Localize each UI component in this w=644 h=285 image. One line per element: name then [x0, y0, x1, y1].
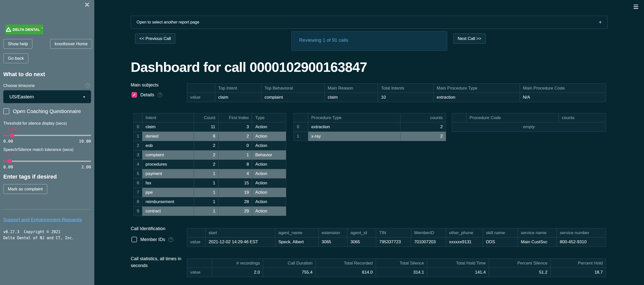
header-cell: Top Intent [215, 84, 261, 93]
header-cell: Total Hold Time [427, 259, 489, 268]
cell: 28 [218, 197, 252, 207]
cell: Action [252, 197, 286, 207]
table-row[interactable]: 1 x-ray 2 [294, 132, 446, 141]
header-cell: First Index [218, 113, 252, 122]
header-cell: agent_id [347, 228, 376, 237]
table-row[interactable]: 9 contract 1 29 Action [134, 207, 286, 216]
details-checkbox[interactable]: ✓ Details ? [131, 92, 162, 98]
cell: 15 [218, 179, 252, 188]
table-row[interactable]: 4 procedures 2 8 Action [134, 160, 286, 169]
checkbox-checked[interactable]: ✓ [131, 92, 137, 98]
intent-table: Intent Count First Index Type 0 claim 11… [134, 113, 286, 216]
header-cell: Percent Silence [489, 259, 551, 268]
table-row[interactable]: 7 ppe 1 19 Action [134, 188, 286, 197]
cell: 10 [378, 93, 434, 102]
row-index: 0 [294, 122, 308, 132]
match-tolerance-slider[interactable]: 0.15 0.00 2.00 [3, 152, 91, 169]
cell: claim [215, 93, 261, 102]
table-header-row: Procedure Type counts [294, 113, 446, 122]
cell: Action [252, 160, 286, 169]
table-header-row: Procedure Code counts [452, 113, 606, 122]
header-cell: Percent Hold [551, 259, 606, 268]
header-cell: start [206, 228, 275, 237]
table-row[interactable]: 0 claim 11 3 Action [134, 122, 286, 132]
procedure-type-table: Procedure Type counts 0 extraction 2 1 x… [294, 113, 446, 141]
details-help-icon[interactable]: ? [158, 93, 162, 97]
coaching-questionnaire-checkbox[interactable]: Open Coaching Questionnaire [3, 108, 81, 114]
what-to-do-next-heading: What to do next [3, 71, 45, 78]
header-cell [294, 113, 308, 122]
cell: N/A [520, 93, 606, 102]
cell: 2 [218, 132, 252, 141]
cell: Action [252, 179, 286, 188]
cell: 1 [194, 207, 218, 216]
cell: 314.1 [376, 268, 427, 277]
slider-handle[interactable] [10, 133, 14, 138]
next-call-button[interactable]: Next Call >> [453, 33, 486, 44]
go-back-button[interactable]: Go back [3, 53, 28, 63]
close-icon[interactable]: ✕ [84, 1, 90, 9]
report-page-selector[interactable]: Open to select another report page + [131, 16, 608, 29]
cell: 11 [194, 122, 218, 132]
header-cell: # recordings [212, 259, 263, 268]
cell: Behavior [252, 150, 286, 160]
cell: 3065 [319, 237, 347, 247]
header-cell: Total Intents [378, 84, 434, 93]
home-button[interactable]: knorthover Home [50, 39, 92, 49]
hamburger-menu-icon[interactable] [634, 4, 638, 10]
empty-placeholder: empty [452, 122, 606, 132]
table-row[interactable]: 2 eob 2 0 Action [134, 141, 286, 150]
row-index: 0 [134, 122, 142, 132]
header-cell: Total Silence [376, 259, 427, 268]
table-header-row: Top Intent Top Behavioral Main Reason To… [187, 84, 606, 93]
row-index: 1 [134, 132, 142, 141]
show-help-button[interactable]: Show help [3, 39, 32, 49]
header-cell: counts [401, 113, 446, 122]
cell: Action [252, 188, 286, 197]
cell: 1 [194, 169, 218, 179]
header-cell: agent_name [275, 228, 319, 237]
mark-as-complaint-button[interactable]: Mark as complaint [3, 184, 47, 194]
table-row: value 2021-12-02 14:29:46 EST Speck, Alb… [187, 237, 606, 247]
silence-threshold-slider[interactable]: 1.00 0.00 10.00 [3, 126, 91, 144]
header-cell: extension [319, 228, 347, 237]
header-cell: Type [252, 113, 286, 122]
cell: DDS [483, 237, 518, 247]
timezone-dropdown[interactable]: US/Eastern ▾ [3, 90, 91, 103]
row-label-cell: value [187, 268, 212, 277]
table-row[interactable]: 5 payment 1 4 Action [134, 169, 286, 179]
member-ids-checkbox[interactable]: Member IDs ? [131, 237, 173, 242]
timezone-help-icon[interactable]: ? [85, 83, 90, 88]
row-label-cell: value [187, 93, 215, 102]
slider-handle[interactable] [8, 159, 12, 163]
version-line: v0.17.3 Copyright © 2021 [3, 229, 74, 235]
table-row[interactable]: 6 fax 1 15 Action [134, 179, 286, 188]
checkbox-unchecked[interactable] [131, 237, 137, 242]
header-cell [452, 113, 467, 122]
header-cell: Main Procedure Code [520, 84, 606, 93]
expand-plus-icon[interactable]: + [599, 19, 602, 25]
cell: complaint [142, 150, 194, 160]
cell: 3 [218, 122, 252, 132]
previous-call-button[interactable]: << Previous Call [135, 33, 175, 44]
cell: claim [142, 122, 194, 132]
slider-max: 10.00 [79, 139, 91, 144]
checkbox-unchecked[interactable] [3, 108, 9, 114]
divider [3, 209, 91, 209]
cell: denied [142, 132, 194, 141]
support-requests-link[interactable]: Support and Enhancement Requests [3, 217, 82, 223]
table-row[interactable]: 3 complaint 2 1 Behavior [134, 150, 286, 160]
table-row[interactable]: 0 extraction 2 [294, 122, 446, 132]
check-icon: ✓ [133, 93, 136, 97]
slider-track[interactable] [3, 135, 91, 136]
table-row[interactable]: 8 reimbursement 1 28 Action [134, 197, 286, 207]
app: ✕ DELTA DENTAL® Show help knorthover Hom… [0, 0, 644, 285]
main-subjects-table: Top Intent Top Behavioral Main Reason To… [187, 83, 606, 102]
cell: 8 [194, 132, 218, 141]
table-row[interactable]: 1 denied 8 2 Action [134, 132, 286, 141]
cell: xxxxxx9131 [446, 237, 483, 247]
member-ids-help-icon[interactable]: ? [168, 237, 173, 242]
slider-track[interactable] [3, 161, 91, 162]
row-index: 8 [134, 197, 142, 207]
cell: 8 [218, 160, 252, 169]
